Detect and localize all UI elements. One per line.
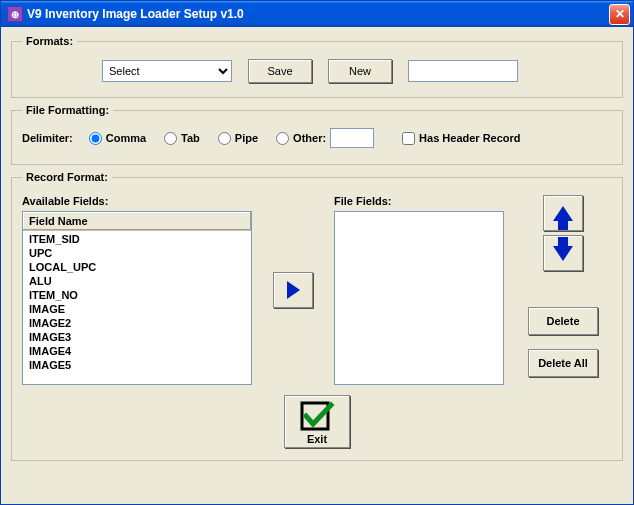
file-fields-label: File Fields: — [334, 195, 504, 207]
list-item[interactable]: ALU — [23, 274, 251, 288]
delimiter-other-radio[interactable] — [276, 132, 289, 145]
list-item[interactable]: ITEM_NO — [23, 288, 251, 302]
arrow-right-icon — [287, 281, 300, 299]
field-name-header[interactable]: Field Name — [23, 212, 251, 231]
exit-button[interactable]: Exit — [284, 395, 350, 448]
delimiter-other-input[interactable] — [330, 128, 374, 148]
delimiter-label: Delimiter: — [22, 132, 73, 144]
list-item[interactable]: IMAGE2 — [23, 316, 251, 330]
file-formatting-group: File Formatting: Delimiter: Comma Tab Pi… — [11, 104, 623, 165]
formats-legend: Formats: — [22, 35, 77, 47]
delimiter-radio-group: Comma Tab Pipe Other: — [89, 128, 374, 148]
file-fields-listbox[interactable] — [334, 211, 504, 385]
delimiter-pipe-radio[interactable] — [218, 132, 231, 145]
window: ⊕ V9 Inventory Image Loader Setup v1.0 ✕… — [0, 0, 634, 505]
available-fields-label: Available Fields: — [22, 195, 252, 207]
format-name-input[interactable] — [408, 60, 518, 82]
has-header-label: Has Header Record — [419, 132, 521, 144]
delimiter-tab-label: Tab — [181, 132, 200, 144]
move-down-button[interactable] — [543, 235, 583, 271]
checkmark-icon — [299, 400, 335, 432]
formats-group: Formats: Select Save New — [11, 35, 623, 98]
record-format-group: Record Format: Available Fields: Field N… — [11, 171, 623, 461]
delete-button[interactable]: Delete — [528, 307, 598, 335]
delete-all-button[interactable]: Delete All — [528, 349, 598, 377]
close-icon[interactable]: ✕ — [609, 4, 630, 25]
new-button[interactable]: New — [328, 59, 392, 83]
list-item[interactable]: UPC — [23, 246, 251, 260]
content-area: Formats: Select Save New File Formatting… — [1, 27, 633, 475]
list-item[interactable]: IMAGE3 — [23, 330, 251, 344]
delimiter-pipe-label: Pipe — [235, 132, 258, 144]
arrow-up-icon — [553, 206, 573, 221]
list-item[interactable]: LOCAL_UPC — [23, 260, 251, 274]
titlebar: ⊕ V9 Inventory Image Loader Setup v1.0 ✕ — [1, 1, 633, 27]
save-button[interactable]: Save — [248, 59, 312, 83]
exit-label: Exit — [307, 433, 327, 445]
add-field-button[interactable] — [273, 272, 313, 308]
delimiter-comma-label: Comma — [106, 132, 146, 144]
move-up-button[interactable] — [543, 195, 583, 231]
list-item[interactable]: IMAGE5 — [23, 358, 251, 372]
available-fields-listbox[interactable]: Field Name ITEM_SIDUPCLOCAL_UPCALUITEM_N… — [22, 211, 252, 385]
file-formatting-legend: File Formatting: — [22, 104, 113, 116]
delimiter-other-label: Other: — [293, 132, 326, 144]
arrow-down-icon — [553, 246, 573, 261]
record-format-legend: Record Format: — [22, 171, 112, 183]
has-header-checkbox[interactable] — [402, 132, 415, 145]
delimiter-tab-radio[interactable] — [164, 132, 177, 145]
list-item[interactable]: IMAGE4 — [23, 344, 251, 358]
formats-select[interactable]: Select — [102, 60, 232, 82]
list-item[interactable]: IMAGE — [23, 302, 251, 316]
list-item[interactable]: ITEM_SID — [23, 232, 251, 246]
window-title: V9 Inventory Image Loader Setup v1.0 — [27, 7, 609, 21]
delimiter-comma-radio[interactable] — [89, 132, 102, 145]
app-icon: ⊕ — [7, 6, 23, 22]
